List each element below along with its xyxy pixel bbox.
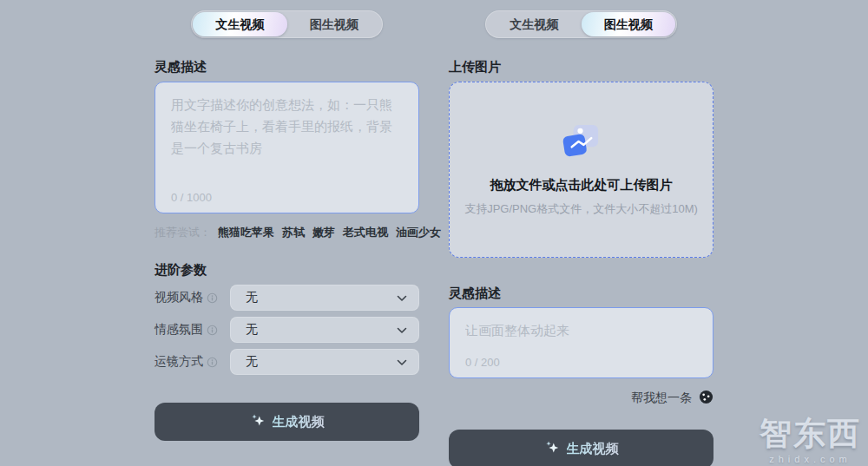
help-me-think-link[interactable]: 帮我想一条 [631, 391, 692, 406]
right-tab-switcher: 文生视频 图生视频 [485, 10, 677, 38]
prompt-input-container: 0 / 200 [449, 307, 713, 378]
suggestion-chip[interactable]: 老式电视 [343, 225, 388, 240]
char-counter: 0 / 200 [465, 356, 697, 369]
video-style-select[interactable]: 无 [230, 285, 419, 311]
watermark-logo-text: 智东西 [760, 412, 861, 456]
info-icon [207, 357, 218, 368]
suggestions-label: 推荐尝试： [155, 225, 211, 240]
watermark-url-text: zhidx.com [760, 454, 861, 464]
left-tab-image-to-video[interactable]: 图生视频 [287, 12, 382, 36]
motion-prompt-textarea[interactable] [465, 320, 697, 354]
generate-button-label: 生成视频 [273, 414, 325, 430]
suggestion-chip[interactable]: 嫩芽 [312, 225, 335, 240]
param-row-video-style: 视频风格 无 [155, 285, 419, 311]
left-tab-switcher: 文生视频 图生视频 [191, 10, 383, 38]
right-tab-image-to-video[interactable]: 图生视频 [582, 12, 676, 36]
suggestion-chip[interactable]: 苏轼 [282, 225, 305, 240]
prompt-label: 灵感描述 [449, 286, 713, 302]
random-prompt-button[interactable] [699, 390, 713, 407]
sparkle-icon [544, 440, 560, 458]
generate-video-button[interactable]: 生成视频 [155, 403, 419, 441]
right-tab-text-to-video[interactable]: 文生视频 [487, 12, 582, 36]
param-label: 情感氛围 [155, 322, 230, 338]
upload-label: 上传图片 [449, 59, 713, 75]
suggestions-row: 推荐尝试： 熊猫吃苹果 苏轼 嫩芽 老式电视 油画少女 [155, 225, 419, 240]
param-row-camera-movement: 运镜方式 无 [155, 349, 419, 375]
image-upload-icon [561, 122, 602, 163]
zhidx-watermark: 智东西 zhidx.com [760, 412, 861, 464]
advanced-params-title: 进阶参数 [155, 262, 419, 279]
chevron-down-icon [397, 355, 407, 369]
generate-button-label: 生成视频 [567, 441, 619, 457]
text-to-video-panel: 文生视频 图生视频 灵感描述 0 / 1000 推荐尝试： 熊猫吃苹果 苏轼 嫩… [155, 0, 419, 441]
dice-icon [699, 390, 713, 407]
param-label: 视频风格 [155, 290, 230, 305]
char-counter: 0 / 1000 [171, 191, 403, 204]
chevron-down-icon [397, 291, 407, 305]
prompt-textarea[interactable] [171, 95, 403, 189]
upload-main-text: 拖放文件或点击此处可上传图片 [490, 177, 673, 194]
sparkle-icon [250, 413, 266, 431]
image-to-video-panel: 文生视频 图生视频 上传图片 拖放文件或点击此处可上传图片 支持JPG/PNG格… [449, 0, 713, 466]
prompt-label: 灵感描述 [155, 59, 419, 75]
generate-video-button[interactable]: 生成视频 [449, 430, 713, 466]
suggestion-chip[interactable]: 熊猫吃苹果 [218, 225, 274, 240]
param-label: 运镜方式 [155, 354, 230, 370]
image-upload-dropzone[interactable]: 拖放文件或点击此处可上传图片 支持JPG/PNG格式文件，文件大小不超过10M) [449, 82, 713, 258]
suggestion-chip[interactable]: 油画少女 [396, 225, 441, 240]
camera-movement-select[interactable]: 无 [230, 349, 419, 375]
chevron-down-icon [397, 323, 407, 337]
prompt-input-container: 0 / 1000 [155, 82, 419, 213]
prompt-helper-row: 帮我想一条 [449, 390, 713, 407]
info-icon [207, 292, 218, 304]
left-tab-text-to-video[interactable]: 文生视频 [193, 12, 287, 36]
mood-select[interactable]: 无 [230, 317, 419, 343]
upload-sub-text: 支持JPG/PNG格式文件，文件大小不超过10M) [464, 201, 698, 217]
info-icon [207, 325, 218, 336]
param-row-mood: 情感氛围 无 [155, 317, 419, 343]
